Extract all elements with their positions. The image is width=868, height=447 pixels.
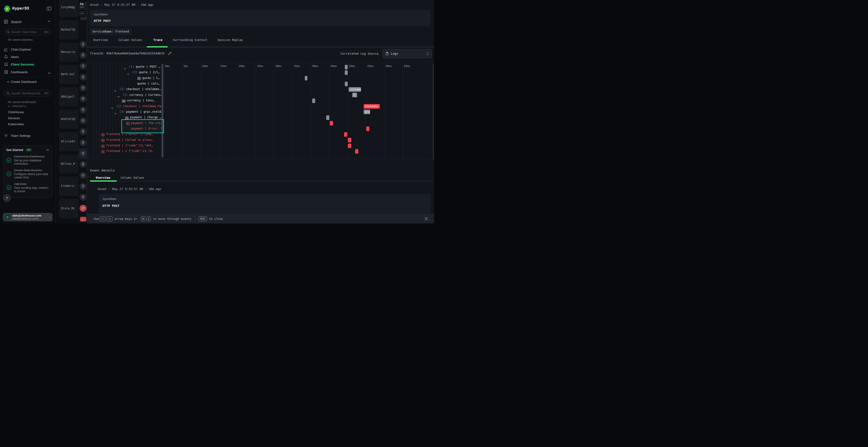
trace-tree-row[interactable]: (2)quote | {cl… — [87, 70, 161, 75]
chevron-up-icon[interactable] — [46, 149, 49, 151]
location-pin-icon[interactable] — [80, 161, 87, 168]
trace-tree-row[interactable]: payment | The cre… — [87, 121, 161, 126]
collapse-sidebar-icon[interactable] — [47, 7, 51, 10]
chevron-down-icon[interactable] — [114, 89, 117, 90]
location-pin-icon[interactable] — [80, 106, 87, 113]
span-duration-bar[interactable]: grp — [364, 110, 370, 114]
get-started-item[interactable]: Add DataStart sending logs, metrics, or … — [6, 182, 49, 193]
span-duration-bar[interactable] — [366, 127, 369, 131]
span-duration-bar[interactable] — [348, 143, 351, 148]
trace-tree-row[interactable]: frontend | × {"code":13,"d… — [87, 148, 161, 154]
session-card[interactable]: Andre21@ — [59, 110, 80, 129]
get-started-item[interactable]: Connect to ClickHouseSet up your databas… — [6, 155, 49, 166]
session-card[interactable]: Alicia42 — [59, 132, 80, 151]
span-duration-bar[interactable] — [355, 149, 358, 153]
location-pin-icon[interactable] — [80, 74, 87, 81]
trace-tree-row[interactable]: (1)checkout | oteldemo.Pa… — [87, 104, 161, 109]
span-duration-bar[interactable] — [330, 121, 333, 126]
span-duration-bar[interactable] — [345, 82, 347, 86]
tab-surrounding-context[interactable]: Surrounding Context — [173, 38, 207, 42]
trace-tree-row[interactable]: frontend | Failed to place… — [87, 138, 161, 143]
trace-tree-row[interactable]: currency | Conv… — [87, 98, 161, 103]
location-pin-icon[interactable] — [80, 183, 87, 190]
presets-header[interactable]: PRESETS — [12, 105, 26, 108]
sidebar-item-clickhouse[interactable]: ClickHouse — [8, 110, 24, 114]
user-menu[interactable]: D dale@clickhouse.com dale@clickhouse.co… — [3, 213, 53, 221]
span-duration-bar[interactable]: oteldemo. — [364, 104, 380, 109]
location-pin-icon[interactable] — [80, 150, 87, 157]
trace-tree-row[interactable]: frontend | {"code":13,"det… — [87, 143, 161, 148]
tab-session-replay[interactable]: Session Replay — [217, 38, 243, 42]
event-details-tab-column-values[interactable]: Column Values — [121, 176, 144, 179]
event-details-tab-overview[interactable]: Overview — [96, 176, 110, 179]
span-duration-bar[interactable] — [305, 76, 307, 80]
span-duration-bar[interactable]: C — [352, 93, 357, 97]
exchange-icon[interactable] — [80, 205, 87, 212]
span-duration-bar[interactable]: oteldem — [349, 87, 361, 92]
log-source-select[interactable]: Logs — [383, 49, 432, 58]
session-card[interactable]: Abbigail — [59, 87, 80, 106]
span-duration-bar[interactable] — [344, 132, 347, 137]
trace-tree-row[interactable]: quote | calc… — [87, 81, 161, 87]
session-card[interactable]: Frederic — [59, 176, 80, 196]
chevron-down-icon[interactable] — [114, 111, 117, 113]
location-pin-icon[interactable] — [80, 117, 87, 124]
chevron-down-icon[interactable] — [127, 72, 129, 73]
span-duration-bar[interactable] — [345, 65, 347, 69]
trace-tree-row[interactable]: (1)checkout | oteldemo.… — [87, 87, 161, 92]
saved-dashboards-input[interactable]: Saved Dashboards ⌘K — [4, 90, 52, 97]
sidebar-item-dashboards[interactable]: Dashboards — [0, 68, 56, 75]
span-duration-bar[interactable] — [312, 99, 315, 103]
session-card[interactable]: Retha77@ — [59, 20, 80, 39]
edit-icon[interactable] — [168, 51, 172, 56]
trace-tree-row[interactable]: (1)currency | Currenc… — [87, 93, 161, 98]
tree-scrollbar[interactable] — [161, 64, 163, 158]
session-card[interactable]: Beth.Gol — [59, 65, 80, 84]
session-card[interactable]: Coty60@g — [59, 0, 80, 17]
chevron-down-icon[interactable] — [124, 66, 126, 68]
session-card[interactable]: Wilson_H — [59, 154, 80, 174]
trace-tree-row[interactable]: payment | Error: The … — [87, 126, 161, 132]
session-card[interactable]: Monserra — [59, 43, 80, 62]
timeline-scrollbar[interactable] — [433, 64, 434, 160]
trace-tree-row[interactable]: quote | C… — [87, 76, 161, 81]
sidebar-item-client-sessions[interactable]: Client Sessions — [0, 61, 56, 67]
span-duration-bar[interactable] — [345, 70, 347, 75]
sidebar-item-services[interactable]: Services — [8, 116, 20, 120]
location-pin-icon[interactable] — [80, 128, 87, 135]
tab-column-values[interactable]: Column Values — [118, 38, 142, 42]
location-pin-icon[interactable] — [80, 95, 87, 102]
strip-search-input[interactable]: Sea — [79, 11, 87, 15]
strip-button[interactable] — [80, 17, 87, 20]
sidebar-item-team-settings[interactable]: Team Settings — [11, 134, 31, 138]
chevron-down-icon[interactable] — [111, 105, 114, 107]
chevron-down-icon[interactable] — [8, 105, 10, 107]
trace-tree-row[interactable]: frontend | {"error":{"code… — [87, 132, 161, 137]
location-pin-icon[interactable] — [80, 84, 87, 92]
help-button[interactable]: ? — [3, 194, 11, 202]
saved-searches-input[interactable]: Saved Searches ⌘K — [4, 28, 52, 35]
location-pin-icon[interactable] — [80, 52, 87, 59]
location-pin-icon[interactable] — [80, 139, 87, 146]
location-pin-icon[interactable] — [80, 194, 87, 201]
location-pin-icon[interactable] — [80, 41, 87, 48]
trace-tree-row[interactable]: payment | Charge … — [87, 115, 161, 120]
sidebar-item-kubernetes[interactable]: Kubernetes — [8, 122, 24, 126]
create-dashboard-button[interactable]: Create Dashboard — [11, 80, 36, 83]
location-pin-icon[interactable] — [80, 172, 87, 179]
sidebar-item-chart-explorer[interactable]: Chart Explorer — [0, 46, 56, 52]
location-pin-icon[interactable] — [80, 63, 87, 70]
chevron-down-icon[interactable] — [117, 94, 120, 96]
get-started-item[interactable]: Create Data SourcesConfigure where your … — [6, 169, 49, 179]
tab-overview[interactable]: Overview — [93, 38, 108, 42]
tab-trace[interactable]: Trace — [153, 38, 162, 42]
chevron-up-icon[interactable] — [48, 21, 51, 23]
trace-tree-row[interactable]: (1)quote | POST … — [87, 64, 161, 70]
sidebar-item-search[interactable]: Search — [11, 20, 22, 24]
span-duration-bar[interactable] — [348, 138, 351, 142]
close-icon[interactable] — [424, 216, 429, 221]
sidebar-item-alerts[interactable]: Alerts — [0, 53, 56, 60]
span-duration-bar[interactable] — [326, 115, 329, 120]
terminal-icon[interactable]: >_ — [80, 217, 86, 221]
service-name-chip[interactable]: ServiceName: frontend — [90, 28, 131, 35]
